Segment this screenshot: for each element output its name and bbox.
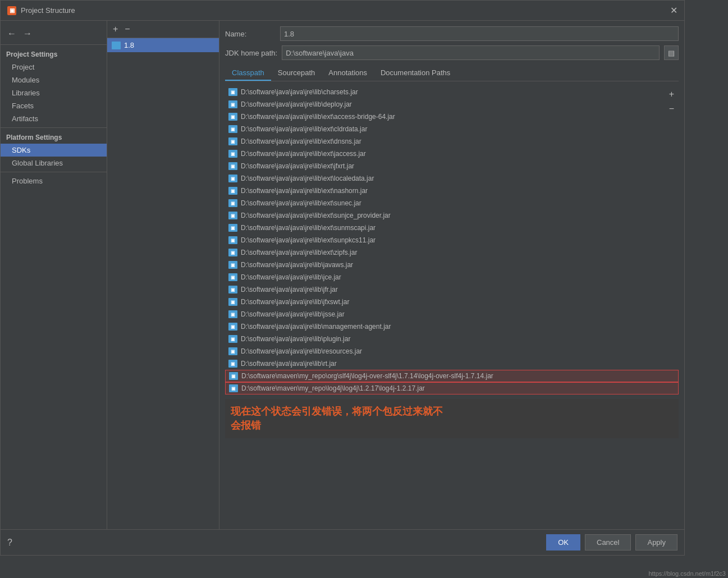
sdk-list-panel: + − 1.8 — [107, 21, 219, 529]
classpath-item: ▣D:\software\java\java\jre\lib\ext\cldrd… — [225, 123, 679, 135]
classpath-path: D:\software\java\java\jre\lib\ext\sunec.… — [241, 199, 361, 207]
classpath-item: ▣D:\software\java\java\jre\lib\jfr.jar — [225, 283, 679, 296]
classpath-path: D:\software\java\java\jre\lib\ext\jacces… — [241, 150, 366, 158]
app-icon: ▣ — [7, 6, 16, 15]
sdk-item-1.8[interactable]: 1.8 — [107, 38, 219, 52]
sidebar: ← → Project Settings Project Modules Lib… — [1, 21, 107, 529]
add-classpath-button[interactable]: + — [667, 88, 676, 100]
classpath-item: ▣D:\software\java\java\jre\lib\ext\sunjc… — [225, 209, 679, 222]
project-structure-dialog: ▣ Project Structure ✕ ← → Project Settin… — [0, 0, 685, 556]
browse-button[interactable]: ▤ — [664, 45, 679, 60]
classpath-item: ▣D:\software\java\java\jre\lib\ext\sunms… — [225, 222, 679, 234]
classpath-path: D:\software\java\java\jre\lib\deploy.jar — [241, 100, 352, 108]
jar-icon: ▣ — [228, 187, 237, 195]
jar-icon: ▣ — [228, 162, 237, 170]
sdk-folder-icon — [112, 42, 121, 49]
classpath-item: ▣D:\software\java\java\jre\lib\charsets.… — [225, 86, 679, 98]
bottom-bar: ? OK Cancel Apply — [1, 529, 684, 555]
sidebar-item-project[interactable]: Project — [1, 61, 107, 74]
jar-icon: ▣ — [228, 150, 237, 158]
jar-icon: ▣ — [228, 212, 237, 219]
classpath-path: D:\software\java\java\jre\lib\ext\zipfs.… — [241, 249, 357, 256]
platform-settings-title: Platform Settings — [1, 130, 107, 144]
jar-icon: ▣ — [228, 249, 237, 256]
classpath-item: ▣D:\software\java\java\jre\lib\deploy.ja… — [225, 98, 679, 111]
classpath-path: D:\software\java\java\jre\lib\plugin.jar — [241, 335, 350, 343]
classpath-list: ▣D:\software\java\java\jre\lib\charsets.… — [225, 86, 679, 394]
classpath-item: ▣D:\software\maven\my_repo\org\slf4j\log… — [225, 370, 679, 382]
jar-icon: ▣ — [229, 384, 238, 392]
classpath-path: D:\software\maven\my_repo\log4j\log4j\1.… — [241, 384, 425, 392]
jar-icon: ▣ — [228, 360, 237, 368]
classpath-path: D:\software\java\java\jre\lib\ext\sunpkc… — [241, 236, 376, 244]
jar-icon: ▣ — [228, 125, 237, 133]
watermark: https://blog.csdn.net/m1f2c3 — [648, 570, 726, 577]
classpath-path: D:\software\java\java\jre\lib\charsets.j… — [241, 88, 358, 96]
classpath-path: D:\software\java\java\jre\lib\jce.jar — [241, 273, 341, 281]
annotation-box: 现在这个状态会引发错误，将两个包反过来就不 会报错 — [225, 399, 679, 438]
sidebar-item-sdks[interactable]: SDKs — [1, 144, 107, 157]
jdk-path-label: JDK home path: — [225, 49, 277, 57]
project-settings-title: Project Settings — [1, 47, 107, 61]
classpath-item: ▣D:\software\java\java\jre\lib\ext\nasho… — [225, 185, 679, 197]
close-button[interactable]: ✕ — [670, 5, 677, 16]
remove-sdk-button[interactable]: − — [122, 23, 132, 35]
classpath-path: D:\software\java\java\jre\lib\ext\sunmsc… — [241, 224, 376, 232]
name-label: Name: — [225, 30, 276, 38]
jar-icon: ▣ — [228, 310, 237, 318]
cancel-button[interactable]: Cancel — [585, 534, 631, 551]
classpath-path: D:\software\java\java\jre\lib\jfr.jar — [241, 286, 338, 293]
jar-icon: ▣ — [229, 372, 238, 380]
remove-classpath-button[interactable]: − — [667, 103, 676, 115]
classpath-item: ▣D:\software\java\java\jre\lib\plugin.ja… — [225, 333, 679, 345]
sidebar-item-global-libraries[interactable]: Global Libraries — [1, 157, 107, 169]
classpath-item: ▣D:\software\java\java\jre\lib\jfxswt.ja… — [225, 296, 679, 308]
sidebar-item-modules[interactable]: Modules — [1, 74, 107, 86]
bottom-right: OK Cancel Apply — [546, 534, 677, 551]
classpath-item: ▣D:\software\java\java\jre\lib\rt.jar — [225, 357, 679, 370]
tab-annotations[interactable]: Annotations — [322, 66, 374, 81]
name-input[interactable] — [280, 26, 679, 41]
classpath-path: D:\software\java\java\jre\lib\ext\nashor… — [241, 187, 368, 195]
jar-icon: ▣ — [228, 199, 237, 207]
app-icon-label: ▣ — [10, 7, 15, 13]
sdk-label: 1.8 — [124, 41, 134, 49]
sidebar-item-artifacts[interactable]: Artifacts — [1, 112, 107, 125]
tab-documentation-paths[interactable]: Documentation Paths — [374, 66, 457, 81]
jar-icon: ▣ — [228, 236, 237, 244]
apply-button[interactable]: Apply — [635, 534, 677, 551]
classpath-path: D:\software\java\java\jre\lib\rt.jar — [241, 360, 337, 368]
bottom-left: ? — [7, 538, 12, 548]
tab-classpath[interactable]: Classpath — [225, 66, 271, 81]
classpath-path: D:\software\java\java\jre\lib\ext\cldrda… — [241, 125, 367, 133]
name-row: Name: — [225, 26, 679, 41]
jdk-path-row: JDK home path: ▤ — [225, 45, 679, 60]
jar-icon: ▣ — [228, 298, 237, 306]
tabs-bar: Classpath Sourcepath Annotations Documen… — [225, 66, 679, 81]
sidebar-item-libraries[interactable]: Libraries — [1, 86, 107, 99]
annotation-line1: 现在这个状态会引发错误，将两个包反过来就不 — [231, 405, 673, 419]
sdk-list: 1.8 — [107, 38, 219, 529]
forward-button[interactable]: → — [21, 27, 34, 40]
classpath-item: ▣D:\software\java\java\jre\lib\managemen… — [225, 320, 679, 333]
annotation-line2: 会报错 — [231, 419, 673, 433]
sidebar-item-problems[interactable]: Problems — [1, 175, 107, 187]
classpath-item: ▣D:\software\java\java\jre\lib\ext\jfxrt… — [225, 160, 679, 172]
classpath-path: D:\software\java\java\jre\lib\resources.… — [241, 347, 362, 355]
classpath-path: D:\software\maven\my_repo\org\slf4j\log4… — [241, 372, 493, 380]
add-sdk-button[interactable]: + — [111, 23, 120, 35]
tab-sourcepath[interactable]: Sourcepath — [271, 66, 322, 81]
back-button[interactable]: ← — [5, 27, 19, 40]
jar-icon: ▣ — [228, 286, 237, 293]
jar-icon: ▣ — [228, 335, 237, 343]
ok-button[interactable]: OK — [546, 534, 580, 551]
help-button[interactable]: ? — [7, 538, 12, 548]
jar-icon: ▣ — [228, 113, 237, 121]
jdk-path-input[interactable] — [282, 45, 660, 60]
classpath-item: ▣D:\software\java\java\jre\lib\ext\dnsns… — [225, 135, 679, 148]
sidebar-item-facets[interactable]: Facets — [1, 99, 107, 112]
jar-icon: ▣ — [228, 224, 237, 232]
classpath-path: D:\software\java\java\jre\lib\ext\locale… — [241, 175, 374, 182]
classpath-item: ▣D:\software\java\java\jre\lib\resources… — [225, 345, 679, 357]
sidebar-nav-buttons: ← → — [1, 25, 107, 45]
